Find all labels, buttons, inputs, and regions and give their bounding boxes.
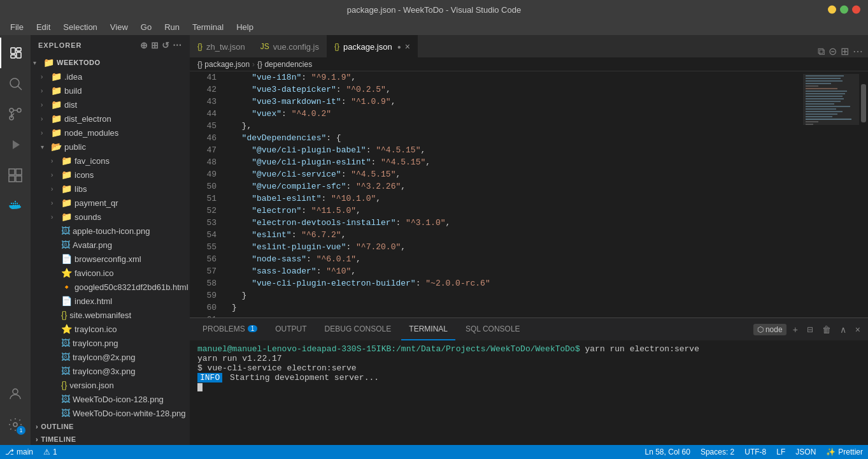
more-actions-icon[interactable]: ⋯	[853, 45, 863, 57]
view-options-icon[interactable]: ⊞	[841, 45, 849, 57]
new-file-icon[interactable]: ⊕	[140, 40, 148, 50]
status-language[interactable]: JSON	[790, 445, 821, 459]
tab-package-json[interactable]: {} package.json ● ×	[327, 35, 418, 57]
status-errors[interactable]: ⚠ 1	[38, 445, 62, 459]
sidebar-item-favicon[interactable]: ⭐ favicon.ico	[31, 266, 190, 280]
sidebar-item-tray-icon[interactable]: ⭐ trayIcon.ico	[31, 322, 190, 336]
sidebar-item-browserconfig[interactable]: 📄 browserconfig.xml	[31, 252, 190, 266]
sidebar-item-payment-qr[interactable]: › 📁 payment_qr	[31, 196, 190, 210]
sidebar-item-tray-icon-2x[interactable]: 🖼 trayIcon@2x.png	[31, 350, 190, 364]
collapse-all-icon[interactable]: ⋯	[173, 40, 182, 50]
sidebar-item-weektodo-icon-128[interactable]: 🖼 WeekToDo-icon-128.png	[31, 392, 190, 406]
terminal-line-2: yarn run v1.22.17	[197, 354, 860, 363]
refresh-icon[interactable]: ↺	[162, 40, 170, 50]
sidebar-header-icons: ⊕ ⊞ ↺ ⋯	[140, 40, 182, 50]
kill-terminal-icon[interactable]: 🗑	[820, 323, 834, 336]
maximize-button[interactable]	[840, 6, 848, 14]
sidebar-item-index-html[interactable]: 📄 index.html	[31, 294, 190, 308]
sidebar-item-idea[interactable]: › 📁 .idea	[31, 69, 190, 84]
menu-help[interactable]: Help	[231, 21, 259, 33]
svg-rect-3	[11, 55, 15, 58]
index-html-label: index.html	[75, 296, 112, 306]
sidebar-item-dist[interactable]: › 📁 dist	[31, 98, 190, 112]
panel-tab-sql-console[interactable]: SQL CONSOLE	[458, 318, 528, 340]
node-indicator: ⬡ node	[753, 324, 786, 335]
breadcrumb-node[interactable]: {} dependencies	[257, 60, 312, 69]
terminal-content[interactable]: manuel@manuel-Lenovo-ideapad-330S-15IKB:…	[190, 340, 868, 445]
sounds-label: sounds	[75, 212, 101, 222]
close-button[interactable]	[852, 6, 860, 14]
sidebar-item-tray-icon-png[interactable]: 🖼 trayIcon.png	[31, 336, 190, 350]
sidebar-item-avatar[interactable]: 🖼 Avatar.png	[31, 238, 190, 252]
status-branch[interactable]: ⎇ main	[0, 445, 38, 459]
run-debug-activity-button[interactable]	[0, 129, 31, 160]
maximize-panel-icon[interactable]: ∧	[837, 323, 849, 336]
minimize-button[interactable]	[828, 6, 836, 14]
menu-file[interactable]: File	[5, 21, 29, 33]
sidebar-item-build[interactable]: › 📁 build	[31, 84, 190, 98]
panel-tab-problems[interactable]: PROBLEMS 1	[195, 318, 265, 340]
sql-console-label: SQL CONSOLE	[466, 324, 520, 333]
sidebar-item-icons[interactable]: › 📁 icons	[31, 168, 190, 182]
status-eol[interactable]: LF	[771, 445, 790, 459]
menu-go[interactable]: Go	[136, 21, 157, 33]
code-line-47: "@vue/cli-plugin-babel": "^4.5.15",	[232, 144, 792, 156]
sidebar-item-libs[interactable]: › 📁 libs	[31, 182, 190, 196]
settings-activity-button[interactable]: 1	[0, 409, 31, 440]
sidebar-item-tray-icon-3x[interactable]: 🖼 trayIcon@3x.png	[31, 364, 190, 378]
menu-run[interactable]: Run	[159, 21, 185, 33]
tray-icon-png-file-icon: 🖼	[61, 338, 70, 348]
version-json-label: version.json	[69, 381, 113, 390]
status-encoding[interactable]: UTF-8	[739, 445, 771, 459]
tab-close-button[interactable]: ×	[405, 41, 410, 52]
account-activity-button[interactable]	[0, 379, 31, 409]
code-line-42: "vue3-datepicker": "^0.2.5",	[232, 84, 792, 96]
menu-selection[interactable]: Selection	[58, 21, 102, 33]
sidebar-item-fav-icons[interactable]: › 📁 fav_icons	[31, 154, 190, 168]
extensions-activity-button[interactable]	[0, 160, 31, 191]
status-position[interactable]: Ln 58, Col 60	[640, 445, 695, 459]
build-chevron: ›	[41, 87, 51, 94]
source-control-activity-button[interactable]	[0, 99, 31, 129]
sidebar-item-public[interactable]: ▾ 📂 public	[31, 140, 190, 154]
menu-edit[interactable]: Edit	[31, 21, 55, 33]
outline-section[interactable]: › OUTLINE	[31, 420, 190, 433]
search-activity-button[interactable]	[0, 68, 31, 99]
split-terminal-icon[interactable]: ⊟	[804, 324, 816, 335]
breadcrumb-file[interactable]: {} package.json	[197, 60, 250, 69]
sidebar-item-node-modules[interactable]: › 📁 node_modules	[31, 126, 190, 140]
new-folder-icon[interactable]: ⊞	[151, 40, 159, 50]
sidebar-item-version-json[interactable]: {} version.json	[31, 378, 190, 392]
status-spaces[interactable]: Spaces: 2	[695, 445, 739, 459]
editor-scrollbar[interactable]	[859, 71, 868, 317]
scrollbar-thumb[interactable]	[861, 84, 866, 122]
terminal-yarn-version: yarn run v1.22.17	[197, 354, 282, 363]
panel-tab-terminal[interactable]: TERMINAL	[401, 318, 455, 340]
tab-zh-tw-json[interactable]: {} zh_tw.json	[190, 35, 253, 57]
sidebar-item-sounds[interactable]: › 📁 sounds	[31, 210, 190, 224]
breadcrumb-toggle-icon[interactable]: ⊝	[829, 45, 837, 57]
code-line-60: }	[232, 302, 792, 314]
sidebar-item-apple-touch-icon[interactable]: 🖼 apple-touch-icon.png	[31, 224, 190, 238]
sidebar-item-dist-electron[interactable]: › 📁 dist_electron	[31, 112, 190, 126]
code-content[interactable]: "vue-i18n": "^9.1.9", "vue3-datepicker":…	[222, 71, 802, 317]
explorer-activity-button[interactable]	[0, 38, 31, 68]
sidebar-item-webmanifest[interactable]: {} site.webmanifest	[31, 308, 190, 322]
apple-touch-icon-file-icon: 🖼	[61, 226, 70, 236]
panel-tab-output[interactable]: OUTPUT	[267, 318, 314, 340]
tab-vue-config-js[interactable]: JS vue.config.js	[253, 35, 327, 57]
code-line-54: "eslint": "^6.7.2",	[232, 229, 792, 241]
docker-activity-button[interactable]	[0, 191, 31, 221]
status-formatter[interactable]: ✨ Prettier	[821, 445, 868, 459]
new-terminal-icon[interactable]: +	[790, 323, 800, 336]
sidebar-item-google[interactable]: 🔸 googled50c8321df2bd61b.html	[31, 280, 190, 294]
menu-terminal[interactable]: Terminal	[187, 21, 229, 33]
timeline-section[interactable]: › TIMELINE	[31, 433, 190, 445]
menu-view[interactable]: View	[105, 21, 133, 33]
root-folder[interactable]: ▾ 📁 WEEKTODO	[31, 55, 190, 69]
sidebar-item-weektodo-icon-white-128[interactable]: 🖼 WeekToDo-icon-white-128.png	[31, 406, 190, 420]
main-content: 1 EXPLORER ⊕ ⊞ ↺ ⋯ ▾ 📁 WEEKTODO › �	[0, 35, 868, 445]
panel-tab-debug-console[interactable]: DEBUG CONSOLE	[317, 318, 399, 340]
split-editor-icon[interactable]: ⧉	[818, 46, 825, 57]
close-panel-icon[interactable]: ×	[853, 323, 863, 336]
